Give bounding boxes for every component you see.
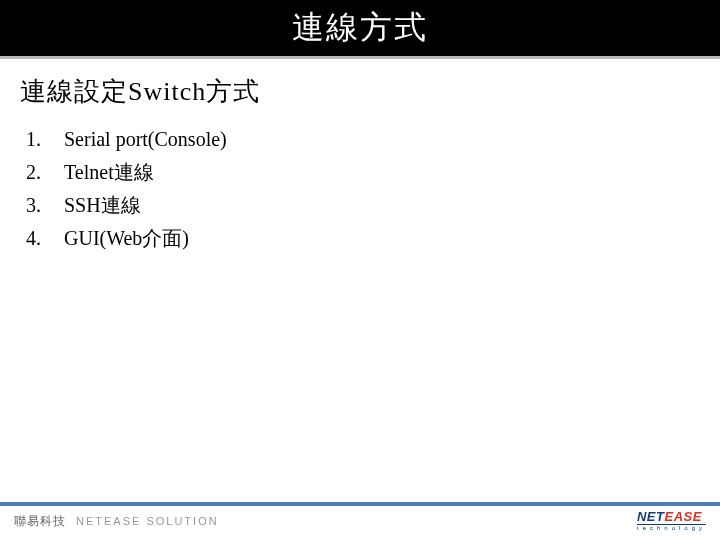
title-bar: 連線方式 [0,0,720,56]
slide: 連線方式 連線設定Switch方式 1. Serial port(Console… [0,0,720,540]
footer-company-cjk: 聯易科技 [14,513,66,530]
methods-list: 1. Serial port(Console) 2. Telnet連線 3. S… [20,123,700,255]
slide-title: 連線方式 [292,6,428,50]
logo-part-ease: EASE [664,509,701,524]
list-text: Telnet連線 [64,156,154,189]
list-number: 3. [26,189,64,222]
list-number: 2. [26,156,64,189]
logo-subtext: technology [637,524,706,531]
logo-part-net: NET [637,509,665,524]
list-number: 1. [26,123,64,156]
footer-accent-bar [0,502,720,506]
list-item: 2. Telnet連線 [26,156,700,189]
list-item: 4. GUI(Web介面) [26,222,700,255]
content-area: 連線設定Switch方式 1. Serial port(Console) 2. … [0,56,720,255]
subtitle: 連線設定Switch方式 [20,74,700,109]
footer-logo: NETEASE technology [637,511,706,531]
footer: 聯易科技 NETEASE SOLUTION NETEASE technology [0,508,720,540]
list-text: Serial port(Console) [64,123,227,156]
list-number: 4. [26,222,64,255]
list-text: GUI(Web介面) [64,222,189,255]
footer-company-latin: NETEASE SOLUTION [76,515,219,527]
list-text: SSH連線 [64,189,141,222]
footer-left: 聯易科技 NETEASE SOLUTION [14,513,219,530]
list-item: 1. Serial port(Console) [26,123,700,156]
list-item: 3. SSH連線 [26,189,700,222]
logo-wordmark: NETEASE [637,511,702,523]
